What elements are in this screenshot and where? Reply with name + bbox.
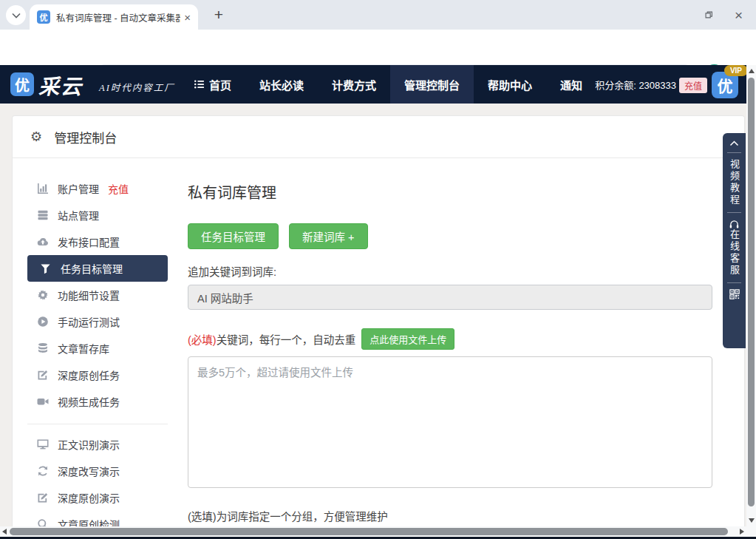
dictionary-name-field[interactable] xyxy=(188,285,712,310)
restore-button[interactable] xyxy=(704,10,714,20)
sidebar-item-body-recognition-demo[interactable]: 正文识别演示 xyxy=(27,431,168,458)
tab-title: 私有词库管理 - 自动文章采集器 xyxy=(56,10,180,24)
qr-code-icon[interactable] xyxy=(729,289,740,299)
recharge-link[interactable]: 充值 xyxy=(108,181,129,196)
sidebar-item-task-targets[interactable]: 任务目标管理 xyxy=(27,255,168,282)
close-window-button[interactable]: × xyxy=(735,8,743,22)
widget-divider xyxy=(727,152,741,153)
window-controls: × xyxy=(683,0,752,30)
action-buttons: 任务目标管理 新建词库 + xyxy=(188,223,712,249)
sidebar-item-deep-rewrite-demo[interactable]: 深度改写演示 xyxy=(27,458,168,484)
collapse-chevron-icon[interactable] xyxy=(729,140,739,146)
sidebar-item-manual-test[interactable]: 手动运行测试 xyxy=(27,308,168,335)
site-navbar: 优 采云 AI时代内容工厂 首页 站长必读 计费方式 管理控制台 帮助中心 通知… xyxy=(0,65,756,104)
required-marker: (必填) xyxy=(188,331,217,347)
nav-menu: 首页 站长必读 计费方式 管理控制台 帮助中心 通知 xyxy=(180,65,596,104)
task-targets-button[interactable]: 任务目标管理 xyxy=(188,223,279,249)
edit-icon xyxy=(36,492,49,504)
bar-chart-icon xyxy=(36,183,49,195)
keywords-textarea[interactable] xyxy=(188,356,712,488)
cloud-upload-icon xyxy=(36,236,49,248)
refresh-icon xyxy=(36,465,49,478)
site-tagline: AI时代内容工厂 xyxy=(99,80,175,94)
sidebar-item-account[interactable]: 账户管理 充值 xyxy=(27,175,168,202)
sidebar-divider xyxy=(27,424,168,424)
page-header: ⚙ 管理控制台 xyxy=(13,116,744,158)
video-icon xyxy=(36,396,49,408)
vertical-scroll-thumb[interactable] xyxy=(748,78,755,506)
tab-search-button[interactable] xyxy=(6,5,26,25)
sidebar: 账户管理 充值 站点管理 发布接口配置 任务目标管理 功能细节设置 手动运 xyxy=(27,175,168,538)
online-support-link[interactable]: 在线客服 xyxy=(727,229,741,277)
gear-icon: ⚙ xyxy=(30,129,42,145)
edit-icon xyxy=(36,369,49,382)
scroll-left-arrow[interactable] xyxy=(2,529,7,535)
widget-divider xyxy=(727,212,741,213)
gears-icon xyxy=(36,289,49,302)
scroll-right-arrow[interactable] xyxy=(740,529,744,535)
scroll-up-arrow[interactable] xyxy=(749,69,755,73)
nav-item-console[interactable]: 管理控制台 xyxy=(390,65,474,104)
browser-addressbar: ← → ucaiyun.com/caiji/private_dict/?doma… xyxy=(0,30,756,65)
play-icon xyxy=(36,316,49,328)
keywords-hint: 关键词，每行一个，自动去重 xyxy=(217,331,356,347)
page-title: 管理控制台 xyxy=(54,128,117,146)
scroll-down-arrow[interactable] xyxy=(749,518,755,523)
content-card: ⚙ 管理控制台 账户管理 充值 站点管理 发布接口配置 任务目标管理 xyxy=(12,115,745,539)
append-keywords-label: 追加关键词到词库: xyxy=(188,263,712,279)
chevron-down-icon xyxy=(12,13,21,18)
database-icon xyxy=(36,342,49,355)
sidebar-item-deep-original-demo[interactable]: 深度原创演示 xyxy=(27,484,168,511)
vip-badge: VIP xyxy=(724,65,748,76)
nav-item-pricing[interactable]: 计费方式 xyxy=(318,65,390,104)
nav-item-must-read[interactable]: 站长必读 xyxy=(245,65,318,104)
headset-icon xyxy=(729,219,740,229)
new-dictionary-button[interactable]: 新建词库 + xyxy=(289,223,368,249)
sidebar-item-sites[interactable]: 站点管理 xyxy=(27,202,168,228)
section-title: 私有词库管理 xyxy=(188,178,712,203)
sidebar-item-publish-api[interactable]: 发布接口配置 xyxy=(27,228,168,255)
site-favicon: 优 xyxy=(37,10,50,24)
main-content: 私有词库管理 任务目标管理 新建词库 + 追加关键词到词库: (必填) 关键词，… xyxy=(188,178,712,539)
monitor-icon xyxy=(36,438,49,451)
tab-close-icon[interactable]: × xyxy=(183,10,192,24)
browser-tabstrip: 优 私有词库管理 - 自动文章采集器 × + × xyxy=(0,0,756,30)
sidebar-item-feature-settings[interactable]: 功能细节设置 xyxy=(27,282,168,308)
nav-item-help[interactable]: 帮助中心 xyxy=(474,65,546,104)
floating-side-widget: 视频教程 在线客服 xyxy=(723,133,746,348)
nav-item-notice[interactable]: 通知 xyxy=(546,65,596,104)
site-logo-icon[interactable]: 优 xyxy=(10,72,34,96)
new-tab-button[interactable]: + xyxy=(208,4,229,25)
restore-icon xyxy=(704,10,714,20)
horizontal-scrollbar[interactable] xyxy=(0,526,746,537)
video-tutorial-link[interactable]: 视频教程 xyxy=(727,159,741,206)
widget-divider xyxy=(727,282,741,283)
credits-balance: 积分余额: 2308333 xyxy=(595,65,676,104)
vertical-scrollbar[interactable] xyxy=(746,65,756,526)
horizontal-scroll-thumb[interactable] xyxy=(10,528,728,535)
browser-tab[interactable]: 优 私有词库管理 - 自动文章采集器 × xyxy=(30,4,198,30)
group-hint-label: (选填)为词库指定一个分组，方便管理维护 xyxy=(188,508,712,523)
funnel-icon xyxy=(39,262,52,275)
sidebar-item-article-buffer[interactable]: 文章暂存库 xyxy=(27,335,168,362)
server-icon xyxy=(36,209,49,222)
scrollbar-corner xyxy=(746,526,756,537)
sidebar-item-deep-original-task[interactable]: 深度原创任务 xyxy=(27,362,168,388)
site-logo-text[interactable]: 采云 xyxy=(38,70,83,100)
sidebar-item-video-task[interactable]: 视频生成任务 xyxy=(27,388,168,415)
keywords-instruction: (必填) 关键词，每行一个，自动去重 点此使用文件上传 xyxy=(188,328,712,350)
screen: 优 私有词库管理 - 自动文章采集器 × + × ← → ucaiyun.com… xyxy=(0,0,756,539)
recharge-badge[interactable]: 充值 xyxy=(679,78,707,93)
file-upload-button[interactable]: 点此使用文件上传 xyxy=(361,328,454,350)
list-icon xyxy=(194,79,205,89)
nav-item-home[interactable]: 首页 xyxy=(180,65,245,104)
